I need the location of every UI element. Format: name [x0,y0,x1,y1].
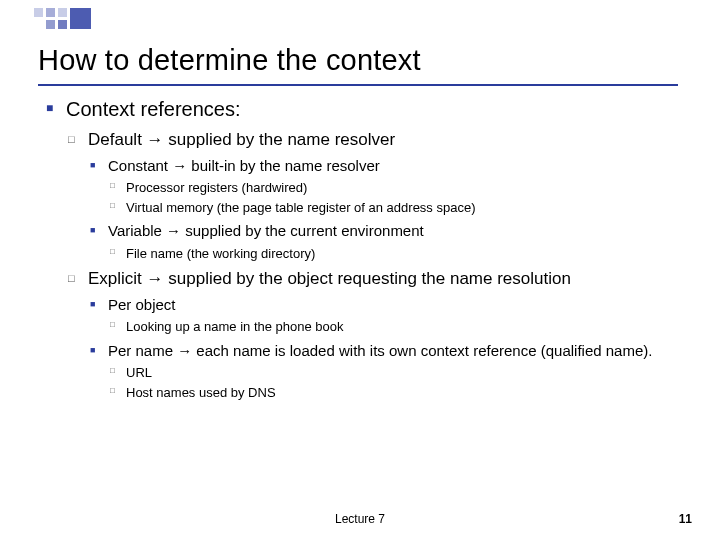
text: Explicit → supplied by the object reques… [88,269,571,288]
page-title: How to determine the context [38,44,690,77]
bullet-lvl1: Default → supplied by the name resolver … [66,129,690,262]
footer-lecture: Lecture 7 [0,512,720,526]
text: Per object [108,296,176,313]
text: Context references: [66,98,241,120]
bullet-lvl3: Host names used by DNS [108,384,690,402]
slide-decoration [0,0,120,44]
bullet-lvl3: Processor registers (hardwired) [108,179,690,197]
bullet-lvl3: Virtual memory (the page table register … [108,199,690,217]
text: Looking up a name in the phone book [126,319,344,334]
bullet-lvl3: File name (the working directory) [108,245,690,263]
text: Virtual memory (the page table register … [126,200,476,215]
text: Host names used by DNS [126,385,276,400]
text: Per name → each name is loaded with its … [108,342,652,359]
bullet-lvl0: Context references: Default → supplied b… [44,96,690,401]
bullet-lvl2: Variable → supplied by the current envir… [88,221,690,262]
bullet-lvl2: Per name → each name is loaded with its … [88,341,690,401]
content-body: Context references: Default → supplied b… [44,96,690,409]
slide: How to determine the context Context ref… [0,0,720,540]
text: Variable → supplied by the current envir… [108,222,424,239]
title-underline [38,84,678,86]
footer-page-number: 11 [679,512,692,526]
bullet-lvl1: Explicit → supplied by the object reques… [66,268,690,401]
text: URL [126,365,152,380]
bullet-lvl3: URL [108,364,690,382]
text: Constant → built-in by the name resolver [108,157,380,174]
bullet-lvl2: Per object Looking up a name in the phon… [88,295,690,336]
title-area: How to determine the context [38,44,690,77]
text: Processor registers (hardwired) [126,180,307,195]
text: Default → supplied by the name resolver [88,130,395,149]
bullet-lvl3: Looking up a name in the phone book [108,318,690,336]
bullet-lvl2: Constant → built-in by the name resolver… [88,156,690,216]
text: File name (the working directory) [126,246,315,261]
